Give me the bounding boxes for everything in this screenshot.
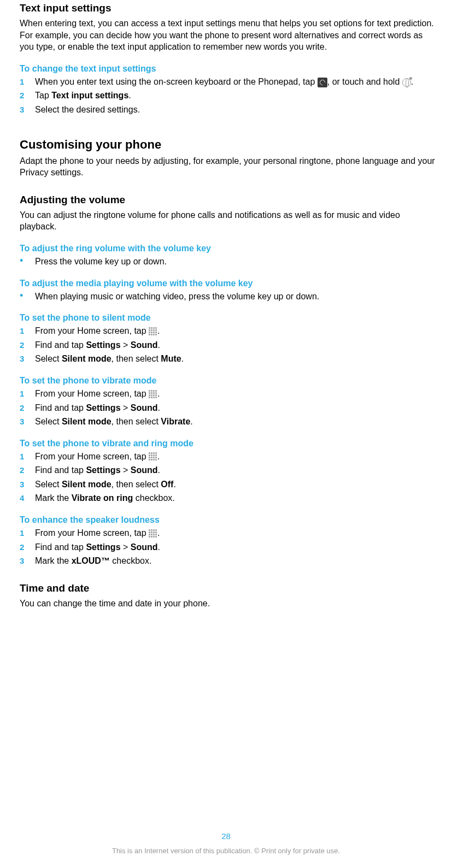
text: Find and tap	[35, 403, 86, 412]
step-text: Select Silent mode, then select Off.	[35, 479, 436, 491]
bold-text: Sound	[131, 465, 158, 475]
bold-text: Settings	[86, 465, 120, 475]
bullet-icon: •	[20, 256, 35, 265]
bullet-item: • Press the volume key up or down.	[32, 256, 436, 268]
step-text: Select Silent mode, then select Mute.	[35, 353, 436, 365]
step-1: 1 From your Home screen, tap .	[32, 527, 436, 539]
apps-grid-icon	[149, 327, 157, 336]
apps-grid-icon	[149, 390, 157, 399]
subheading-silent-mode: To set the phone to silent mode	[20, 313, 436, 323]
heading-text-input-settings: Text input settings	[20, 2, 436, 14]
step-text: Find and tap Settings > Sound.	[35, 402, 436, 414]
bold-text: Silent mode	[62, 417, 111, 426]
step-text: Tap Text input settings.	[35, 90, 436, 102]
text: >	[121, 340, 131, 350]
step-number: 1	[20, 325, 35, 335]
bold-text: Mute	[161, 354, 181, 363]
bullet-item: • When playing music or watching video, …	[32, 291, 436, 303]
text: .	[190, 417, 192, 426]
subheading-ring-volume: To adjust the ring volume with the volum…	[20, 244, 436, 253]
step-text: Press the volume key up or down.	[35, 256, 436, 268]
bold-text: Text input settings	[51, 91, 128, 100]
bold-text: Sound	[131, 340, 158, 350]
text: From your Home screen, tap	[35, 452, 149, 461]
step-number: 3	[20, 555, 35, 565]
text: , or touch and hold	[327, 77, 402, 86]
step-number: 2	[20, 339, 35, 350]
step-number: 1	[20, 76, 35, 86]
para-customising: Adapt the phone to your needs by adjusti…	[20, 155, 436, 179]
text: Select	[35, 354, 62, 363]
step-2: 2 Find and tap Settings > Sound.	[32, 402, 436, 414]
apps-grid-icon	[149, 529, 157, 538]
step-text: When playing music or watching video, pr…	[35, 291, 436, 303]
para-text-input-settings: When entering text, you can access a tex…	[20, 17, 436, 53]
text: From your Home screen, tap	[35, 326, 149, 335]
text: .	[158, 403, 160, 412]
wrench-icon	[318, 78, 327, 87]
page-number: 28	[0, 831, 452, 841]
text: >	[121, 403, 131, 412]
step-2: 2 Find and tap Settings > Sound.	[32, 541, 436, 553]
bold-text: Sound	[131, 542, 158, 552]
step-number: 4	[20, 492, 35, 503]
text: From your Home screen, tap	[35, 389, 149, 398]
text: Select	[35, 417, 62, 426]
step-text: From your Home screen, tap .	[35, 325, 436, 337]
step-text: Find and tap Settings > Sound.	[35, 541, 436, 553]
step-4: 4 Mark the Vibrate on ring checkbox.	[32, 492, 436, 504]
step-text: Mark the xLOUD™ checkbox.	[35, 555, 436, 567]
bold-text: Sound	[131, 403, 158, 412]
step-3: 3 Select Silent mode, then select Vibrat…	[32, 416, 436, 428]
step-3: 3 Select Silent mode, then select Mute.	[32, 353, 436, 365]
heading-customising-phone: Customising your phone	[20, 138, 436, 152]
step-1: 1 When you enter text using the on-scree…	[32, 76, 436, 88]
step-number: 2	[20, 464, 35, 475]
subheading-vibrate-mode: To set the phone to vibrate mode	[20, 376, 436, 386]
step-1: 1 From your Home screen, tap .	[32, 388, 436, 400]
heading-adjusting-volume: Adjusting the volume	[20, 194, 436, 206]
step-3: 3 Mark the xLOUD™ checkbox.	[32, 555, 436, 567]
text: .	[181, 354, 184, 363]
text: Mark the	[35, 556, 72, 565]
para-time-date: You can change the time and date in your…	[20, 598, 436, 610]
bold-text: Silent mode	[62, 480, 111, 489]
text: >	[121, 465, 131, 475]
bold-text: Settings	[86, 542, 120, 552]
text: Mark the	[35, 493, 72, 503]
text: From your Home screen, tap	[35, 528, 149, 538]
text: .	[158, 542, 160, 552]
subheading-media-volume: To adjust the media playing volume with …	[20, 279, 436, 288]
step-number: 2	[20, 541, 35, 552]
bold-text: Off	[161, 480, 173, 489]
text: Tap	[35, 91, 51, 100]
footer-text: This is an Internet version of this publ…	[0, 847, 452, 855]
bold-text: Vibrate on ring	[72, 493, 133, 503]
step-number: 3	[20, 479, 35, 489]
subheading-vibrate-ring-mode: To set the phone to vibrate and ring mod…	[20, 439, 436, 448]
step-3: 3 Select the desired settings.	[32, 104, 436, 116]
step-number: 2	[20, 90, 35, 100]
text: .	[173, 480, 175, 489]
bold-text: Silent mode	[62, 354, 111, 363]
step-number: 1	[20, 527, 35, 538]
text: Find and tap	[35, 542, 86, 552]
text: , then select	[111, 417, 161, 426]
step-number: 1	[20, 451, 35, 461]
heading-time-date: Time and date	[20, 582, 436, 594]
step-1: 1 From your Home screen, tap .	[32, 325, 436, 337]
step-1: 1 From your Home screen, tap .	[32, 451, 436, 463]
step-text: Find and tap Settings > Sound.	[35, 339, 436, 351]
step-text: From your Home screen, tap .	[35, 388, 436, 400]
apps-grid-icon	[149, 452, 157, 461]
step-2: 2 Find and tap Settings > Sound.	[32, 464, 436, 476]
text: , then select	[111, 354, 161, 363]
text: Find and tap	[35, 340, 86, 350]
step-2: 2 Find and tap Settings > Sound.	[32, 339, 436, 351]
step-number: 2	[20, 402, 35, 412]
text: >	[121, 542, 131, 552]
bold-text: Vibrate	[161, 417, 190, 426]
step-number: 3	[20, 353, 35, 363]
text: checkbox.	[133, 493, 174, 503]
text: checkbox.	[110, 556, 151, 565]
